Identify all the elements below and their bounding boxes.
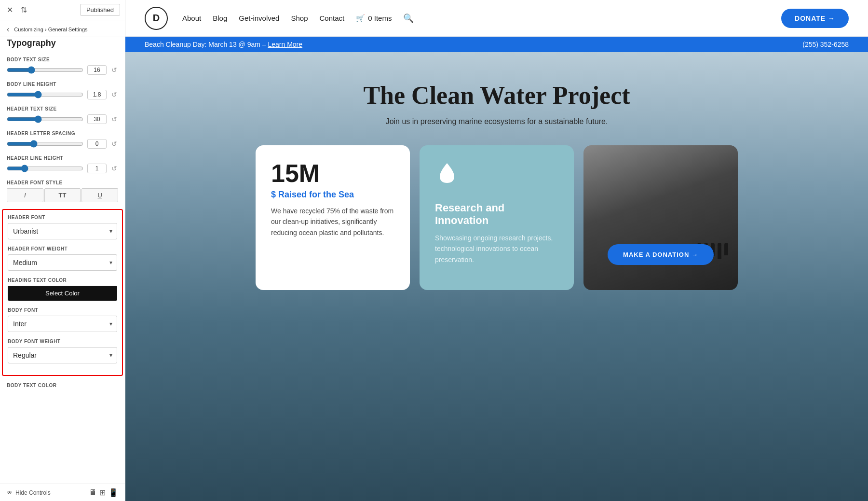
- header-line-height-control: HEADER LINE HEIGHT ↺: [7, 155, 118, 173]
- header-line-height-row: ↺: [7, 164, 118, 173]
- header-font-control: HEADER FONT Urbanist Inter Roboto Open S…: [8, 215, 117, 239]
- body-font-label: BODY FONT: [8, 307, 117, 313]
- body-text-color-control: BODY TEXT COLOR: [7, 383, 118, 388]
- body-text-size-slider[interactable]: [7, 66, 83, 74]
- highlighted-section: HEADER FONT Urbanist Inter Roboto Open S…: [2, 209, 123, 376]
- body-text-color-label: BODY TEXT COLOR: [7, 383, 118, 388]
- cards-row: 15M $ Raised for the Sea We have recycle…: [231, 145, 762, 290]
- body-font-select[interactable]: Inter Roboto Open Sans Lato Urbanist: [8, 316, 117, 332]
- hide-controls-label: Hide Controls: [15, 489, 51, 496]
- announcement-bar: Beach Cleanup Day: March 13 @ 9am – Lear…: [125, 37, 868, 52]
- header-font-weight-label: HEADER FONT WEIGHT: [8, 246, 117, 251]
- panel-title: Typography: [0, 37, 125, 52]
- cart-icon: 🛒: [356, 14, 365, 23]
- site-logo: D: [145, 7, 168, 30]
- header-text-size-value[interactable]: [87, 114, 107, 124]
- body-line-height-control: BODY LINE HEIGHT ↺: [7, 82, 118, 99]
- body-line-height-value[interactable]: [87, 90, 107, 99]
- header-font-weight-select[interactable]: Thin Light Regular Medium Semi Bold Bold: [8, 254, 117, 271]
- body-font-select-wrapper: Inter Roboto Open Sans Lato Urbanist ▾: [8, 316, 117, 332]
- header-font-weight-select-wrapper: Thin Light Regular Medium Semi Bold Bold…: [8, 254, 117, 271]
- preview-area: D About Blog Get-involved Shop Contact 🛒…: [125, 0, 868, 501]
- body-font-control: BODY FONT Inter Roboto Open Sans Lato Ur…: [8, 307, 117, 332]
- header-line-height-label: HEADER LINE HEIGHT: [7, 155, 118, 161]
- body-text-size-reset[interactable]: ↺: [110, 65, 118, 75]
- header-letter-spacing-label: HEADER LETTER SPACING: [7, 131, 118, 136]
- body-text-size-value[interactable]: [87, 65, 107, 75]
- donate-button[interactable]: DONATE →: [781, 9, 849, 28]
- learn-more-link[interactable]: Learn More: [268, 41, 302, 48]
- header-line-height-value[interactable]: [87, 164, 107, 173]
- announcement-text: Beach Cleanup Day: March 13 @ 9am – Lear…: [145, 41, 302, 48]
- close-button[interactable]: ✕: [5, 3, 15, 16]
- body-font-weight-select-wrapper: Thin Light Regular Medium Semi Bold Bold…: [8, 347, 117, 363]
- header-font-select[interactable]: Urbanist Inter Roboto Open Sans Lato: [8, 223, 117, 239]
- body-font-weight-control: BODY FONT WEIGHT Thin Light Regular Medi…: [8, 339, 117, 363]
- card-number: 15M: [271, 161, 394, 186]
- eye-icon: 👁: [7, 489, 13, 496]
- underline-button[interactable]: U: [81, 188, 118, 202]
- header-line-height-slider[interactable]: [7, 165, 83, 172]
- breadcrumb: ‹ Customizing › General Settings: [0, 20, 125, 37]
- body-text-size-row: ↺: [7, 65, 118, 75]
- card-highlight: $ Raised for the Sea: [271, 190, 394, 200]
- hero-subtitle: Join us in preserving marine ecosystems …: [386, 117, 608, 126]
- header-text-size-control: HEADER TEXT SIZE ↺: [7, 106, 118, 124]
- card-research-text: Showcasing ongoing research projects, te…: [435, 233, 558, 265]
- header-letter-spacing-row: ↺: [7, 139, 118, 149]
- header-letter-spacing-value[interactable]: [87, 139, 107, 149]
- nav-shop[interactable]: Shop: [291, 14, 308, 22]
- desktop-icon[interactable]: 🖥: [89, 488, 96, 497]
- nav-contact[interactable]: Contact: [320, 14, 345, 22]
- body-text-size-label: BODY TEXT SIZE: [7, 57, 118, 62]
- header-text-size-reset[interactable]: ↺: [110, 114, 118, 124]
- italic-button[interactable]: I: [7, 188, 43, 202]
- hide-controls-toggle[interactable]: 👁 Hide Controls: [7, 489, 51, 496]
- svg-point-0: [448, 175, 452, 181]
- body-font-weight-label: BODY FONT WEIGHT: [8, 339, 117, 344]
- body-line-height-slider[interactable]: [7, 91, 83, 98]
- header-line-height-reset[interactable]: ↺: [110, 164, 118, 173]
- header-text-size-label: HEADER TEXT SIZE: [7, 106, 118, 111]
- swap-button[interactable]: ⇅: [19, 3, 29, 16]
- mobile-icon[interactable]: 📱: [108, 488, 118, 497]
- nav-about[interactable]: About: [182, 14, 201, 22]
- header-font-label: HEADER FONT: [8, 215, 117, 220]
- card-research: Research and Innovation Showcasing ongoi…: [420, 145, 574, 290]
- font-style-row: I TT U: [7, 188, 118, 202]
- header-font-style-control: HEADER FONT STYLE I TT U: [7, 180, 118, 202]
- hero-section: The Clean Water Project Join us in prese…: [125, 52, 868, 501]
- customizer-panel: ✕ ⇅ Published ‹ Customizing › General Se…: [0, 0, 125, 501]
- card-description: We have recycled 75% of the waste from o…: [271, 206, 394, 238]
- bold-button[interactable]: TT: [44, 188, 81, 202]
- site-header: D About Blog Get-involved Shop Contact 🛒…: [125, 0, 868, 37]
- header-letter-spacing-reset[interactable]: ↺: [110, 139, 118, 149]
- site-nav: About Blog Get-involved Shop Contact 🛒 0…: [182, 13, 781, 24]
- heading-text-color-control: HEADING TEXT COLOR Select Color: [8, 278, 117, 301]
- nav-blog[interactable]: Blog: [213, 14, 227, 22]
- tablet-icon[interactable]: ⊞: [99, 488, 106, 497]
- body-line-height-reset[interactable]: ↺: [110, 90, 118, 99]
- header-font-select-wrapper: Urbanist Inter Roboto Open Sans Lato ▾: [8, 223, 117, 239]
- heading-text-color-label: HEADING TEXT COLOR: [8, 278, 117, 283]
- cart-count: 0 Items: [368, 14, 392, 22]
- header-letter-spacing-slider[interactable]: [7, 140, 83, 148]
- make-donation-button[interactable]: MAKE A DONATION →: [608, 244, 714, 265]
- select-color-button[interactable]: Select Color: [8, 286, 117, 301]
- card-stats: 15M $ Raised for the Sea We have recycle…: [256, 145, 410, 290]
- header-text-size-slider[interactable]: [7, 115, 83, 123]
- top-bar-left: ✕ ⇅: [5, 3, 29, 16]
- body-font-weight-select[interactable]: Thin Light Regular Medium Semi Bold Bold: [8, 347, 117, 363]
- published-button[interactable]: Published: [80, 4, 120, 16]
- search-icon[interactable]: 🔍: [403, 13, 414, 24]
- back-arrow-icon[interactable]: ‹: [7, 25, 9, 34]
- nav-get-involved[interactable]: Get-involved: [239, 14, 279, 22]
- donation-btn-area: MAKE A DONATION →: [599, 161, 722, 275]
- hero-title: The Clean Water Project: [363, 81, 630, 110]
- cart-widget[interactable]: 🛒 0 Items: [356, 14, 392, 23]
- top-bar: ✕ ⇅ Published: [0, 0, 125, 20]
- header-font-style-label: HEADER FONT STYLE: [7, 180, 118, 185]
- body-text-size-control: BODY TEXT SIZE ↺: [7, 57, 118, 75]
- breadcrumb-text: Customizing › General Settings: [14, 27, 87, 32]
- body-line-height-label: BODY LINE HEIGHT: [7, 82, 118, 87]
